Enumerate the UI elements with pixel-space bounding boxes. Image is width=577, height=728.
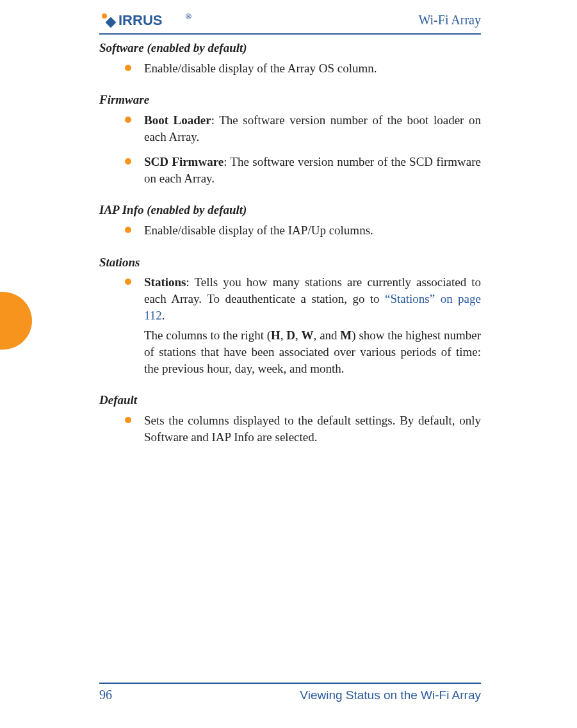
col-d: D [286, 328, 295, 342]
heading-default: Default [99, 392, 481, 408]
bullet-scd-firmware: SCD Firmware: The software version numbe… [125, 154, 481, 186]
col-m: M [340, 328, 352, 342]
svg-rect-1 [106, 17, 117, 28]
col-h: H [271, 328, 280, 342]
bullet-stations: Stations: Tells you how many stations ar… [125, 274, 481, 376]
bullet-iap-item: Enable/disable display of the IAP/Up col… [125, 222, 481, 239]
section-tab-icon [0, 292, 32, 350]
footer-chapter: Viewing Status on the Wi-Fi Array [300, 688, 481, 702]
document-page: IRRUS ® Wi-Fi Array Software (enabled by… [0, 0, 577, 728]
svg-text:IRRUS: IRRUS [118, 12, 162, 28]
para-pre: The columns to the right ( [144, 328, 271, 342]
heading-firmware: Firmware [99, 92, 481, 108]
scd-firmware-label: SCD Firmware [144, 155, 223, 168]
bullet-default-item: Sets the columns displayed to the defaul… [125, 412, 481, 445]
heading-software: Software (enabled by default) [99, 40, 481, 56]
col-w: W [302, 328, 314, 342]
page-number: 96 [99, 688, 112, 702]
svg-text:®: ® [186, 12, 191, 21]
sep3: , and [314, 328, 341, 342]
heading-stations: Stations [99, 254, 481, 271]
brand-logo: IRRUS ® [99, 12, 195, 28]
body-content: Software (enabled by default) Enable/dis… [99, 40, 481, 454]
bullet-software-item: Enable/disable display of the Array OS c… [125, 60, 481, 77]
page-footer: 96 Viewing Status on the Wi-Fi Array [99, 683, 481, 702]
page-header: IRRUS ® Wi-Fi Array [99, 12, 481, 35]
sep2: , [295, 328, 302, 342]
heading-iap: IAP Info (enabled by default) [99, 202, 481, 218]
boot-loader-label: Boot Loader [144, 113, 211, 127]
bullet-boot-loader: Boot Loader: The software version number… [125, 112, 481, 145]
sep1: , [280, 328, 287, 342]
stations-columns-para: The columns to the right (H, D, W, and M… [144, 327, 481, 376]
svg-point-0 [102, 13, 107, 19]
xirrus-logo-icon: IRRUS ® [99, 12, 195, 28]
header-title: Wi-Fi Array [418, 13, 481, 28]
stations-period: . [162, 309, 165, 322]
stations-label: Stations [144, 275, 186, 289]
